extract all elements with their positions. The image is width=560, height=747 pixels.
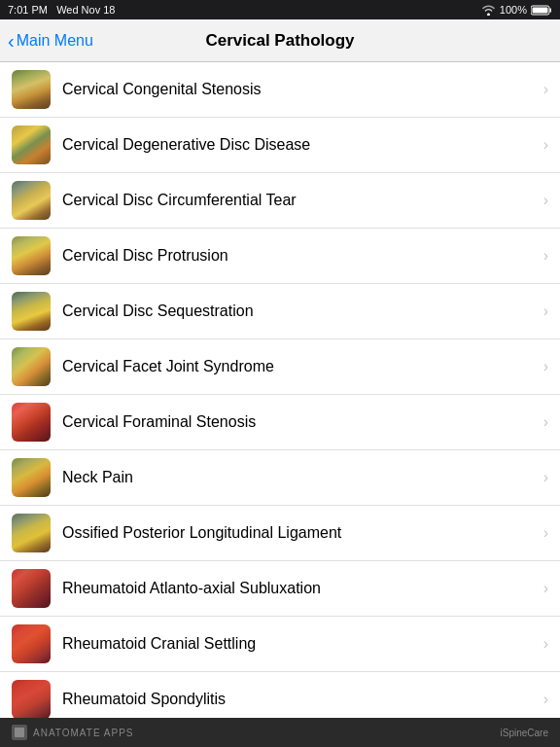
pathology-list: Cervical Congenital Stenosis › Cervical … [0, 62, 560, 718]
list-item[interactable]: Cervical Disc Protrusion › [0, 229, 560, 284]
battery-percentage: 100% [500, 4, 527, 16]
item-chevron-icon: › [543, 136, 548, 154]
item-chevron-icon: › [543, 635, 548, 653]
nav-back-label[interactable]: Main Menu [17, 32, 93, 50]
footer-bar: ANATOMATE APPS iSpineCare [0, 718, 560, 747]
item-label-5: Cervical Disc Sequestration [62, 302, 536, 320]
item-chevron-icon: › [543, 691, 548, 708]
item-chevron-icon: › [543, 247, 548, 265]
status-time-date: 7:01 PM Wed Nov 18 [8, 4, 115, 16]
logo-inner [15, 728, 24, 737]
item-label-6: Cervical Facet Joint Syndrome [62, 358, 536, 375]
list-item[interactable]: Ossified Posterior Longitudinal Ligament… [0, 506, 560, 561]
nav-back-button[interactable]: ‹ Main Menu [8, 31, 93, 51]
item-label-12: Rheumatoid Spondylitis [62, 691, 536, 708]
item-icon-6 [12, 347, 51, 386]
wifi-icon [481, 5, 496, 16]
status-indicators: 100% [481, 4, 552, 16]
item-chevron-icon: › [543, 81, 548, 98]
nav-bar: ‹ Main Menu Cervical Pathology [0, 19, 560, 62]
svg-rect-1 [550, 8, 552, 12]
item-label-7: Cervical Foraminal Stenosis [62, 413, 536, 431]
item-chevron-icon: › [543, 524, 548, 542]
list-item[interactable]: Cervical Disc Circumferential Tear › [0, 173, 560, 229]
list-item[interactable]: Cervical Facet Joint Syndrome › [0, 339, 560, 395]
item-icon-11 [12, 624, 51, 663]
item-chevron-icon: › [543, 302, 548, 320]
item-icon-1 [12, 70, 51, 109]
list-item[interactable]: Cervical Congenital Stenosis › [0, 62, 560, 118]
item-chevron-icon: › [543, 580, 548, 597]
svg-rect-2 [533, 7, 548, 13]
list-item[interactable]: Neck Pain › [0, 450, 560, 506]
item-icon-12 [12, 680, 51, 718]
item-label-3: Cervical Disc Circumferential Tear [62, 192, 536, 209]
item-label-11: Rheumatoid Cranial Settling [62, 635, 536, 653]
item-icon-2 [12, 125, 51, 164]
list-item[interactable]: Cervical Disc Sequestration › [0, 284, 560, 339]
item-label-4: Cervical Disc Protrusion [62, 247, 536, 265]
battery-icon [531, 5, 552, 16]
back-chevron-icon: ‹ [8, 31, 15, 51]
anatomate-logo [12, 725, 27, 740]
item-label-8: Neck Pain [62, 469, 536, 486]
item-label-1: Cervical Congenital Stenosis [62, 81, 536, 98]
list-item[interactable]: Cervical Foraminal Stenosis › [0, 395, 560, 450]
item-chevron-icon: › [543, 469, 548, 486]
item-label-9: Ossified Posterior Longitudinal Ligament [62, 524, 536, 542]
list-item[interactable]: Rheumatoid Atlanto-axial Subluxation › [0, 561, 560, 617]
item-icon-3 [12, 181, 51, 220]
item-chevron-icon: › [543, 192, 548, 209]
item-label-2: Cervical Degenerative Disc Disease [62, 136, 536, 154]
nav-title: Cervical Pathology [205, 31, 354, 51]
brand-name: ANATOMATE APPS [33, 728, 133, 738]
footer-left: ANATOMATE APPS [12, 725, 133, 740]
item-label-10: Rheumatoid Atlanto-axial Subluxation [62, 580, 536, 597]
list-item[interactable]: Cervical Degenerative Disc Disease › [0, 118, 560, 173]
item-icon-4 [12, 236, 51, 275]
list-item[interactable]: Rheumatoid Spondylitis › [0, 672, 560, 718]
item-chevron-icon: › [543, 358, 548, 375]
item-icon-7 [12, 403, 51, 442]
item-chevron-icon: › [543, 413, 548, 431]
item-icon-10 [12, 569, 51, 608]
status-bar: 7:01 PM Wed Nov 18 100% [0, 0, 560, 19]
item-icon-8 [12, 458, 51, 497]
item-icon-5 [12, 292, 51, 331]
list-item[interactable]: Rheumatoid Cranial Settling › [0, 617, 560, 672]
item-icon-9 [12, 514, 51, 552]
app-name: iSpineCare [501, 728, 548, 738]
